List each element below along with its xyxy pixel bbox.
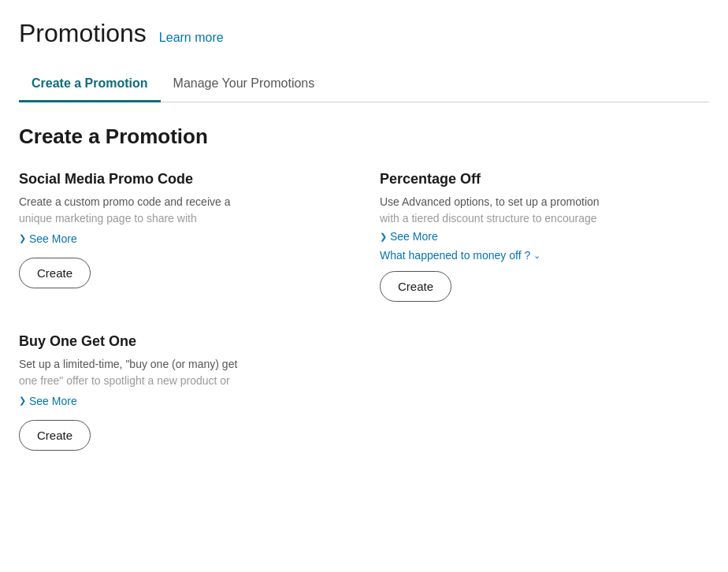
tabs-container: Create a Promotion Manage Your Promotion… bbox=[19, 67, 709, 102]
percentage-off-desc: Use Advanced options, to set up a promot… bbox=[380, 194, 709, 227]
promo-card-bogo: Buy One Get One Set up a limited-time, "… bbox=[19, 333, 348, 451]
bogo-create-button[interactable]: Create bbox=[19, 420, 91, 451]
promo-card-percentage-off: Percentage Off Use Advanced options, to … bbox=[380, 171, 709, 302]
bogo-see-more[interactable]: ❯ See More bbox=[19, 395, 77, 407]
percentage-off-title: Percentage Off bbox=[380, 171, 709, 188]
tab-manage-promotions[interactable]: Manage Your Promotions bbox=[161, 67, 328, 102]
percentage-off-see-more[interactable]: ❯ See More bbox=[380, 230, 709, 243]
social-media-title: Social Media Promo Code bbox=[19, 171, 348, 188]
section-title: Create a Promotion bbox=[19, 124, 709, 149]
tab-create-promotion[interactable]: Create a Promotion bbox=[19, 67, 161, 102]
page-header: Promotions Learn more bbox=[19, 19, 709, 48]
chevron-down-icon: ❯ bbox=[19, 396, 26, 406]
bogo-title: Buy One Get One bbox=[19, 333, 348, 350]
promo-card-social-media: Social Media Promo Code Create a custom … bbox=[19, 171, 348, 302]
learn-more-link[interactable]: Learn more bbox=[159, 31, 224, 45]
social-media-see-more[interactable]: ❯ See More bbox=[19, 232, 77, 245]
social-media-create-button[interactable]: Create bbox=[19, 258, 91, 288]
promotions-grid: Social Media Promo Code Create a custom … bbox=[19, 171, 709, 482]
money-off-link[interactable]: What happened to money off ? ⌄ bbox=[380, 249, 709, 262]
page-title: Promotions bbox=[19, 19, 147, 48]
bogo-desc: Set up a limited-time, "buy one (or many… bbox=[19, 356, 348, 389]
chevron-down-icon: ❯ bbox=[380, 232, 387, 242]
percentage-off-create-button[interactable]: Create bbox=[380, 271, 451, 302]
social-media-desc: Create a custom promo code and receive a… bbox=[19, 194, 348, 227]
chevron-down-icon: ⌄ bbox=[533, 251, 540, 261]
chevron-down-icon: ❯ bbox=[19, 233, 26, 243]
